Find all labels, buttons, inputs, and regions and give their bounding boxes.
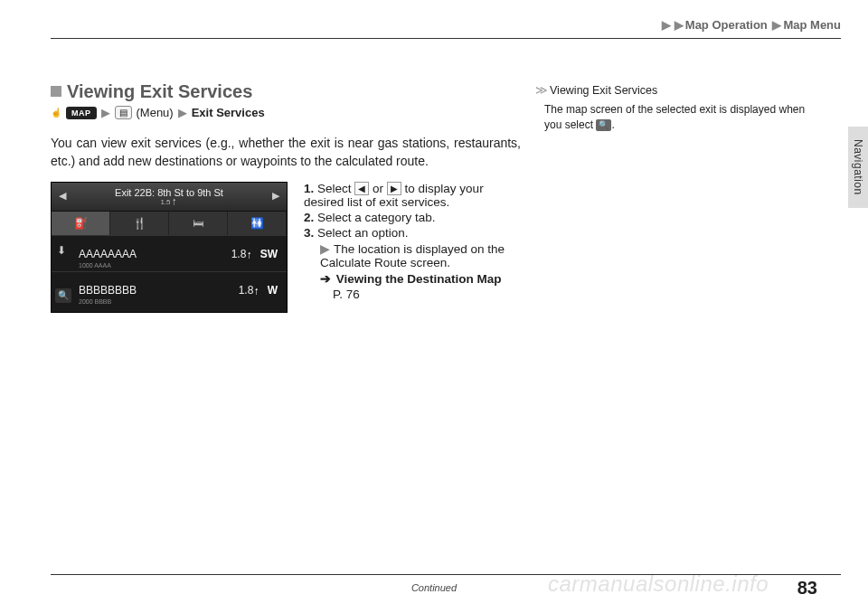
poi-distance: 1.8 <box>239 284 254 297</box>
restroom-tab-icon: 🚻 <box>228 212 287 235</box>
section-heading-text: Viewing Exit Services <box>67 81 252 101</box>
triangle-bullet-icon: ▶ <box>320 242 330 256</box>
continued-label: Continued <box>411 582 457 593</box>
body-paragraph: You can view exit services (e.g., whethe… <box>51 134 521 171</box>
breadcrumb-a: Map Operation <box>685 18 768 32</box>
chevron-right-icon: ▶ <box>178 106 187 119</box>
section-heading: Viewing Exit Services <box>51 81 521 102</box>
fuel-tab-icon: ⛽ <box>52 212 110 235</box>
side-note-body-a: The map screen of the selected exit is d… <box>544 103 805 131</box>
lodging-tab-icon: 🛏 <box>169 212 228 235</box>
section-tab-navigation: Navigation <box>848 127 868 208</box>
step-3-sub: ▶The location is displayed on the Calcul… <box>304 241 521 269</box>
link-arrow-icon: ➔ <box>320 272 331 286</box>
step-1: 1. Select ◀ or ▶ to display your desired… <box>304 182 521 209</box>
cross-ref-page-text: P. 76 <box>333 288 360 301</box>
poi-name: BBBBBBBB <box>79 284 137 297</box>
map-button-label: MAP <box>66 107 97 119</box>
watermark: carmanualsonline.info <box>548 571 769 597</box>
square-bullet-icon <box>51 86 61 97</box>
list-item: AAAAAAAA 1000 AAAA 1.8⭡ SW <box>52 235 287 271</box>
left-key-icon: ◀ <box>354 182 369 195</box>
cross-ref-page: P. 76 <box>304 288 521 301</box>
poi-sub: 1000 AAAA <box>79 262 111 269</box>
step-3: 3. Select an option. <box>304 226 521 240</box>
prev-exit-arrow-icon: ◀ <box>59 190 66 202</box>
screenshot-header: ◀ Exit 22B: 8th St to 9th St 1.5⭡ ▶ <box>52 183 287 212</box>
right-key-icon: ▶ <box>387 182 401 195</box>
side-note-title-text: Viewing Exit Services <box>550 84 657 97</box>
cross-ref: ➔ Viewing the Destination Map <box>304 271 521 286</box>
poi-distance: 1.8 <box>231 248 247 260</box>
list-item: BBBBBBBB 2000 BBBB 1.8⭡ W <box>52 271 287 307</box>
side-note-body-b: . <box>611 118 614 131</box>
next-exit-arrow-icon: ▶ <box>272 190 279 202</box>
top-rule <box>51 38 841 39</box>
button-sequence: ☝ MAP ▶ ▤ (Menu) ▶ Exit Services <box>51 106 521 119</box>
screenshot-title: Exit 22B: 8th St to 9th St <box>115 187 223 198</box>
chevron-right-icon: ▶ <box>662 18 671 32</box>
step-1a: Select <box>317 182 354 195</box>
side-note-body: The map screen of the selected exit is d… <box>535 102 807 134</box>
category-tabs: ⛽ 🍴 🛏 🚻 <box>52 212 287 235</box>
section-tab-label: Navigation <box>852 139 864 195</box>
map-zoom-icon: 🔍 <box>55 288 71 303</box>
restaurant-tab-icon: 🍴 <box>110 212 169 235</box>
side-note-title: ≫Viewing Exit Services <box>535 83 807 97</box>
menu-button-icon: ▤ <box>115 106 132 119</box>
double-chevron-icon: ≫ <box>535 83 548 97</box>
side-note: ≫Viewing Exit Services The map screen of… <box>535 83 807 134</box>
step-1b: or <box>369 182 387 195</box>
chevron-right-icon: ▶ <box>772 18 781 32</box>
main-content: Viewing Exit Services ☝ MAP ▶ ▤ (Menu) ▶… <box>51 81 521 313</box>
step-2: 2. Select a category tab. <box>304 211 521 224</box>
step-3-text: Select an option. <box>317 226 409 240</box>
chevron-right-icon: ▶ <box>101 106 110 119</box>
poi-sub: 2000 BBBB <box>79 298 111 305</box>
screenshot-sub: 1.5 <box>160 198 170 206</box>
menu-label: (Menu) <box>137 106 174 119</box>
exit-services-label: Exit Services <box>192 106 265 119</box>
poi-name: AAAAAAAA <box>79 248 137 260</box>
map-zoom-icon: 🔍 <box>596 119 611 131</box>
page-number: 83 <box>797 578 817 599</box>
poi-direction: W <box>268 284 278 297</box>
step-list: 1. Select ◀ or ▶ to display your desired… <box>304 182 521 313</box>
device-screenshot: ◀ Exit 22B: 8th St to 9th St 1.5⭡ ▶ ⛽ 🍴 … <box>51 182 288 313</box>
breadcrumb-b: Map Menu <box>783 18 841 32</box>
up-arrow-icon: ⭡ <box>253 288 260 296</box>
step-2-text: Select a category tab. <box>317 211 436 224</box>
up-arrow-icon: ⭡ <box>171 198 178 206</box>
up-arrow-icon: ⭡ <box>246 251 253 259</box>
chevron-right-icon: ▶ <box>675 18 684 32</box>
poi-direction: SW <box>260 248 278 260</box>
hand-icon: ☝ <box>51 108 61 118</box>
cross-ref-label: Viewing the Destination Map <box>336 272 502 286</box>
breadcrumb: ▶▶Map Operation ▶Map Menu <box>660 18 841 32</box>
step-3-sub-text: The location is displayed on the Calcula… <box>320 242 505 269</box>
